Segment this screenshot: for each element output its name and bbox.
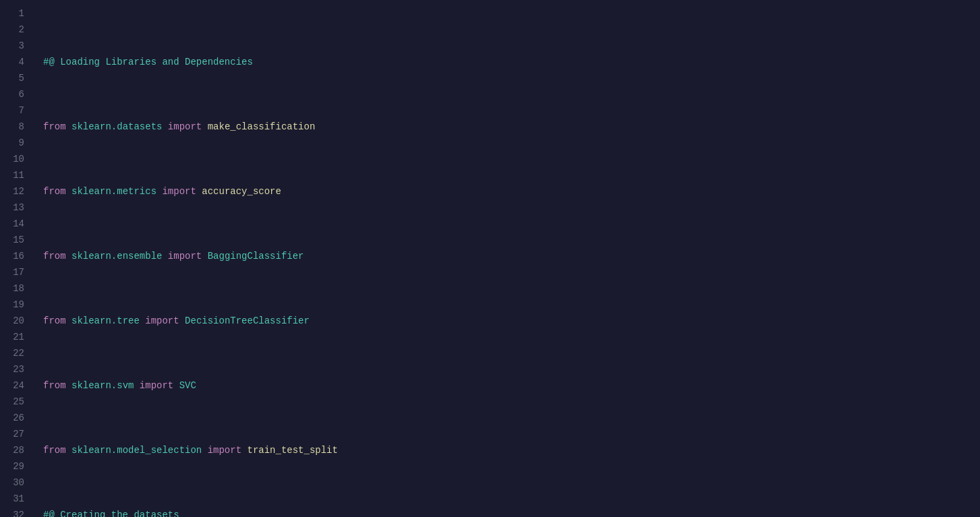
line-num-18: 18 <box>11 280 24 297</box>
line-num-28: 28 <box>11 442 24 458</box>
line-num-29: 29 <box>11 458 24 475</box>
line-num-17: 17 <box>11 264 24 280</box>
line-num-16: 16 <box>11 248 24 264</box>
line-num-11: 11 <box>11 167 24 183</box>
line-num-15: 15 <box>11 232 24 248</box>
line-num-21: 21 <box>11 329 24 345</box>
line-num-1: 1 <box>11 5 24 22</box>
line-num-8: 8 <box>11 119 24 135</box>
line-num-2: 2 <box>11 22 24 38</box>
line-num-30: 30 <box>11 475 24 491</box>
line-num-5: 5 <box>11 70 24 86</box>
code-line-2: from sklearn.datasets import make_classi… <box>43 119 969 135</box>
code-line-6: from sklearn.svm import SVC <box>43 377 969 394</box>
line-num-12: 12 <box>11 183 24 200</box>
code-line-8: #@ Creating the datasets <box>43 507 969 517</box>
code-line-4: from sklearn.ensemble import BaggingClas… <box>43 248 969 264</box>
code-content[interactable]: #@ Loading Libraries and Dependencies fr… <box>32 0 980 517</box>
line-numbers: 1 2 3 4 5 6 7 8 9 10 11 12 13 14 15 16 1… <box>0 0 32 517</box>
line-num-9: 9 <box>11 135 24 151</box>
line-num-22: 22 <box>11 345 24 361</box>
code-editor: 1 2 3 4 5 6 7 8 9 10 11 12 13 14 15 16 1… <box>0 0 980 517</box>
code-line-5: from sklearn.tree import DecisionTreeCla… <box>43 313 969 329</box>
line-num-26: 26 <box>11 410 24 426</box>
line-num-27: 27 <box>11 426 24 442</box>
line-num-20: 20 <box>11 313 24 329</box>
line-num-4: 4 <box>11 54 24 70</box>
line-num-3: 3 <box>11 38 24 54</box>
line-num-14: 14 <box>11 216 24 232</box>
code-line-3: from sklearn.metrics import accuracy_sco… <box>43 183 969 200</box>
line-num-19: 19 <box>11 297 24 313</box>
line-num-10: 10 <box>11 151 24 167</box>
code-line-1: #@ Loading Libraries and Dependencies <box>43 54 969 70</box>
line-num-32: 32 <box>11 507 24 517</box>
line-num-6: 6 <box>11 86 24 102</box>
line-num-31: 31 <box>11 491 24 507</box>
line-num-24: 24 <box>11 377 24 394</box>
code-line-7: from sklearn.model_selection import trai… <box>43 442 969 458</box>
line-num-23: 23 <box>11 361 24 377</box>
line-num-13: 13 <box>11 200 24 216</box>
line-num-7: 7 <box>11 102 24 119</box>
line-num-25: 25 <box>11 394 24 410</box>
